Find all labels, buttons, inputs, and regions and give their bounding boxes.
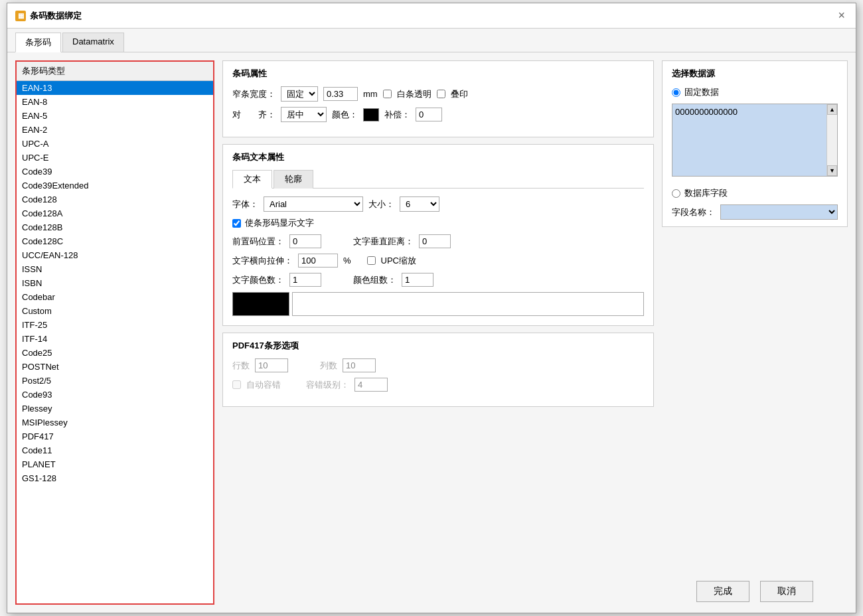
pdf-rows-row: 行数 10 列数 10 — [232, 358, 644, 372]
offset-input[interactable]: 0 — [416, 108, 442, 121]
horizontal-input[interactable]: 100 — [298, 254, 338, 268]
color-picker[interactable] — [363, 108, 379, 121]
barcode-list-item[interactable]: UPC-E — [17, 151, 213, 165]
barcode-list-item[interactable]: EAN-2 — [17, 123, 213, 137]
prefix-row: 前置码位置： 0 文字垂直距离： 0 — [232, 234, 644, 248]
inner-tabs: 文本 轮廓 — [232, 170, 644, 189]
pdf-cols-input: 10 — [343, 358, 376, 372]
barcode-list-item[interactable]: PLANET — [17, 457, 213, 471]
data-textarea[interactable]: 0000000000000 — [672, 104, 826, 176]
barcode-list-item[interactable]: ITF-14 — [17, 332, 213, 346]
fixed-data-radio[interactable] — [672, 88, 680, 97]
barcode-attr-section: 条码属性 窄条宽度： 固定 比例 0.33 mm 白条透明 叠印 对 齐： — [222, 60, 654, 137]
barcode-list-item[interactable]: Plessey — [17, 402, 213, 416]
dialog-title: 条码数据绑定 — [30, 10, 82, 22]
barcode-list-item[interactable]: Code39 — [17, 165, 213, 179]
db-field-radio[interactable] — [672, 189, 680, 198]
dialog-body: 条形码类型 EAN-13EAN-8EAN-5EAN-2UPC-AUPC-ECod… — [7, 52, 856, 613]
left-panel: 条形码类型 EAN-13EAN-8EAN-5EAN-2UPC-AUPC-ECod… — [15, 60, 214, 605]
barcode-type-box: 条形码类型 EAN-13EAN-8EAN-5EAN-2UPC-AUPC-ECod… — [15, 60, 214, 605]
data-textarea-wrapper: 0000000000000 ▲ ▼ — [672, 104, 838, 177]
align-select[interactable]: 居中 左对齐 右对齐 — [281, 107, 327, 122]
narrow-value-input[interactable]: 0.33 — [323, 87, 358, 101]
barcode-list-item[interactable]: GS1-128 — [17, 471, 213, 485]
narrow-mode-select[interactable]: 固定 比例 — [281, 86, 318, 102]
inner-tab-outline[interactable]: 轮廓 — [274, 170, 313, 189]
show-text-checkbox[interactable] — [232, 219, 241, 228]
barcode-text-section: 条码文本属性 文本 轮廓 字体： Arial SimSun Times New … — [222, 144, 654, 326]
color-label: 颜色： — [332, 109, 358, 121]
barcode-list-item[interactable]: Codebar — [17, 290, 213, 304]
data-source-section: 选择数据源 固定数据 0000000000000 ▲ ▼ 数据库字段 — [662, 60, 848, 227]
button-row: 完成 取消 — [662, 574, 848, 605]
narrow-row: 窄条宽度： 固定 比例 0.33 mm 白条透明 叠印 — [232, 86, 644, 102]
barcode-list-item[interactable]: MSIPlessey — [17, 416, 213, 429]
color-preview-area — [292, 292, 644, 316]
barcode-list-item[interactable]: ISBN — [17, 276, 213, 290]
pdf-rows-input: 10 — [255, 358, 288, 372]
color-count-input[interactable]: 1 — [289, 273, 321, 287]
barcode-list-item[interactable]: Code39Extended — [17, 179, 213, 193]
barcode-attr-title: 条码属性 — [232, 68, 644, 80]
barcode-list-item[interactable]: POSTNet — [17, 360, 213, 374]
color-group-label: 颜色组数： — [353, 274, 396, 286]
color-group-input[interactable]: 1 — [402, 273, 433, 287]
font-select[interactable]: Arial SimSun Times New Roman — [264, 196, 363, 212]
barcode-list-item[interactable]: Custom — [17, 304, 213, 318]
barcode-list-item[interactable]: Code93 — [17, 388, 213, 402]
show-text-row: 使条形码显示文字 — [232, 217, 644, 229]
cancel-button[interactable]: 取消 — [760, 581, 813, 602]
barcode-list-item[interactable]: UPC-A — [17, 137, 213, 151]
auto-error-label: 自动容错 — [246, 379, 281, 391]
percent-label: % — [343, 256, 351, 266]
scroll-down[interactable]: ▼ — [827, 165, 837, 176]
barcode-list-item[interactable]: Code128B — [17, 220, 213, 234]
right-panel: 选择数据源 固定数据 0000000000000 ▲ ▼ 数据库字段 — [662, 60, 848, 605]
barcode-list-item[interactable]: EAN-8 — [17, 95, 213, 109]
barcode-list-item[interactable]: UCC/EAN-128 — [17, 248, 213, 262]
tab-barcode[interactable]: 条形码 — [15, 33, 61, 52]
barcode-list-item[interactable]: Code128C — [17, 234, 213, 248]
field-name-select[interactable] — [720, 204, 838, 220]
barcode-list-item[interactable]: PDF417 — [17, 429, 213, 443]
size-select[interactable]: 6 8 10 12 — [400, 196, 439, 212]
barcode-list-item[interactable]: ISSN — [17, 262, 213, 276]
barcode-list-item[interactable]: Post2/5 — [17, 374, 213, 388]
color-count-row: 文字颜色数： 1 颜色组数： 1 — [232, 273, 644, 287]
barcode-type-header: 条形码类型 — [17, 62, 213, 81]
barcode-list-item[interactable]: ITF-25 — [17, 318, 213, 332]
pdf-rows-label: 行数 — [232, 360, 250, 372]
error-level-input: 4 — [354, 378, 388, 392]
overlay-checkbox[interactable] — [437, 90, 445, 98]
prefix-input[interactable]: 0 — [289, 234, 321, 248]
confirm-button[interactable]: 完成 — [696, 581, 749, 602]
tab-datamatrix[interactable]: Datamatrix — [62, 33, 124, 52]
vertical-label: 文字垂直距离： — [353, 236, 414, 248]
text-color-box[interactable] — [232, 292, 289, 316]
main-tabs-bar: 条形码 Datamatrix — [7, 29, 856, 52]
barcode-list-item[interactable]: EAN-5 — [17, 109, 213, 123]
pdf417-section: PDF417条形选项 行数 10 列数 10 自动容错 容错级别： 4 — [222, 333, 654, 407]
barcode-list-item[interactable]: Code128A — [17, 206, 213, 220]
barcode-list-item[interactable]: Code25 — [17, 346, 213, 360]
upc-shrink-label: UPC缩放 — [381, 255, 416, 267]
scroll-up[interactable]: ▲ — [827, 104, 837, 115]
barcode-list-item[interactable]: EAN-13 — [17, 81, 213, 95]
db-field-row: 数据库字段 — [672, 187, 838, 199]
error-level-label: 容错级别： — [306, 379, 349, 391]
horizontal-row: 文字横向拉伸： 100 % UPC缩放 — [232, 254, 644, 268]
vertical-input[interactable]: 0 — [419, 234, 451, 248]
textarea-scrollbar[interactable]: ▲ ▼ — [826, 104, 837, 176]
size-label: 大小： — [368, 198, 394, 210]
upc-shrink-checkbox[interactable] — [367, 256, 376, 265]
barcode-list-item[interactable]: Code128 — [17, 193, 213, 206]
inner-tab-text[interactable]: 文本 — [232, 170, 272, 189]
font-row: 字体： Arial SimSun Times New Roman 大小： 6 8… — [232, 196, 644, 212]
align-row: 对 齐： 居中 左对齐 右对齐 颜色： 补偿： 0 — [232, 107, 644, 122]
white-transparent-checkbox[interactable] — [383, 90, 392, 98]
close-button[interactable]: × — [835, 9, 848, 23]
pdf-error-row: 自动容错 容错级别： 4 — [232, 378, 644, 392]
barcode-list-item[interactable]: Code11 — [17, 443, 213, 457]
middle-panel: 条码属性 窄条宽度： 固定 比例 0.33 mm 白条透明 叠印 对 齐： — [222, 60, 654, 605]
db-field-label: 数据库字段 — [684, 187, 728, 199]
